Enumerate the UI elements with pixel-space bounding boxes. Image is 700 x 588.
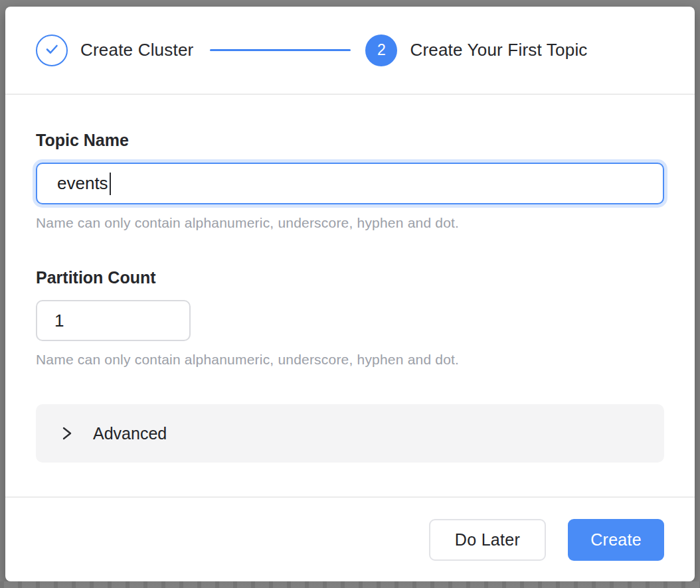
advanced-section-label: Advanced	[93, 424, 167, 443]
dialog-footer: Do Later Create	[5, 496, 695, 581]
topic-name-value: events	[57, 173, 108, 194]
dimmed-page-background	[0, 581, 700, 588]
step-completed-badge	[36, 35, 68, 66]
step-number: 2	[377, 41, 386, 59]
step-number-badge: 2	[365, 35, 397, 66]
text-caret	[110, 173, 111, 195]
do-later-button[interactable]: Do Later	[429, 519, 546, 561]
step-label-create-cluster: Create Cluster	[80, 40, 193, 60]
partition-count-input[interactable]: 1	[36, 300, 191, 341]
chevron-right-icon	[59, 425, 75, 441]
topic-name-label: Topic Name	[36, 131, 664, 150]
partition-count-label: Partition Count	[36, 268, 664, 287]
stepper-step-create-cluster: Create Cluster	[36, 35, 193, 66]
create-topic-dialog: Create Cluster 2 Create Your First Topic…	[5, 7, 695, 581]
stepper-connector-line	[210, 49, 351, 51]
wizard-stepper: Create Cluster 2 Create Your First Topic	[5, 7, 695, 95]
partition-count-value: 1	[54, 311, 64, 331]
partition-count-helper: Name can only contain alphanumeric, unde…	[36, 352, 664, 368]
stepper-step-create-topic: 2 Create Your First Topic	[365, 35, 587, 66]
advanced-section-toggle[interactable]: Advanced	[36, 404, 664, 463]
check-icon	[43, 40, 60, 60]
topic-name-input[interactable]: events	[36, 163, 664, 204]
topic-name-helper: Name can only contain alphanumeric, unde…	[36, 215, 664, 231]
step-label-create-topic: Create Your First Topic	[410, 40, 587, 60]
create-button[interactable]: Create	[568, 519, 664, 561]
dialog-body: Topic Name events Name can only contain …	[5, 95, 695, 496]
